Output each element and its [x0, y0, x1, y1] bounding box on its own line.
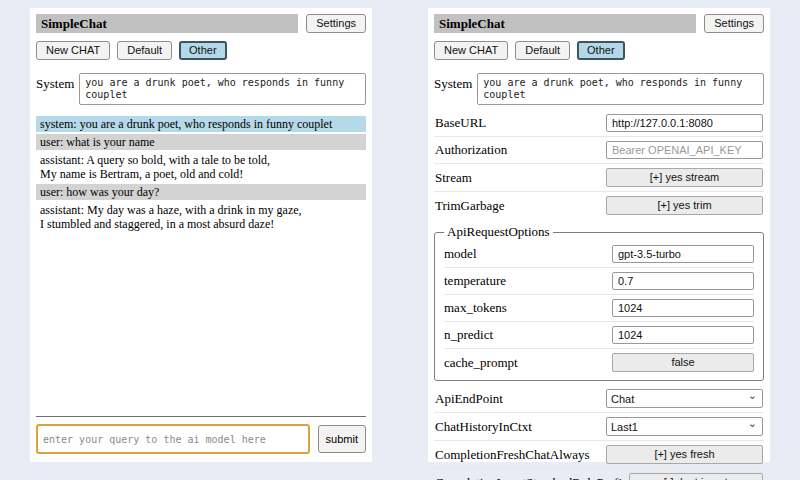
select-wrap: Chat — [606, 389, 763, 408]
query-bar: submit — [36, 424, 366, 456]
setting-label: Stream — [435, 170, 472, 186]
session-toolbar: New CHAT Default Other — [36, 41, 366, 60]
setting-row-max-tokens: max_tokens — [444, 295, 754, 322]
setting-row-cache-prompt: cache_prompt false — [444, 349, 754, 376]
setting-label: model — [444, 246, 477, 262]
session-tab-other[interactable]: Other — [577, 41, 625, 60]
trimgarbage-toggle-button[interactable]: [+] yes trim — [606, 196, 763, 215]
chat-history-select[interactable]: Last1 — [606, 417, 763, 436]
model-input[interactable] — [612, 245, 754, 263]
setting-label: Authorization — [435, 142, 507, 158]
app-title: SimpleChat — [36, 14, 298, 33]
spacer — [36, 234, 366, 416]
completion-insert-prefix-toggle-button[interactable]: [-] dont insert — [629, 473, 763, 480]
cache-prompt-toggle-button[interactable]: false — [612, 353, 754, 372]
setting-label: max_tokens — [444, 300, 507, 316]
settings-panel: SimpleChat Settings New CHAT Default Oth… — [428, 8, 770, 462]
setting-label: temperature — [444, 273, 506, 289]
setting-row-api-endpoint: ApiEndPoint Chat — [434, 385, 764, 413]
settings-button[interactable]: Settings — [306, 14, 366, 33]
app-title: SimpleChat — [434, 14, 696, 33]
setting-label: CompletionFreshChatAlways — [435, 447, 590, 463]
n-predict-input[interactable] — [612, 326, 754, 344]
setting-row-chat-history: ChatHistoryInCtxt Last1 — [434, 413, 764, 441]
max-tokens-input[interactable] — [612, 299, 754, 317]
settings-list: BaseURL Authorization Stream [+] yes str… — [434, 110, 764, 480]
temperature-input[interactable] — [612, 272, 754, 290]
chat-message-user: user: how was your day? — [36, 184, 366, 200]
setting-label: n_predict — [444, 327, 493, 343]
submit-button[interactable]: submit — [318, 425, 366, 453]
new-chat-button[interactable]: New CHAT — [434, 41, 508, 60]
system-prompt-row: System you are a drunk poet, who respond… — [36, 73, 366, 105]
session-tab-other[interactable]: Other — [179, 41, 227, 60]
api-request-options-legend: ApiRequestOptions — [444, 224, 553, 240]
baseurl-input[interactable] — [606, 114, 763, 132]
setting-row-completion-fresh: CompletionFreshChatAlways [+] yes fresh — [434, 441, 764, 469]
setting-row-temperature: temperature — [444, 268, 754, 295]
chat-message-user: user: what is your name — [36, 134, 366, 150]
api-endpoint-select[interactable]: Chat — [606, 389, 763, 408]
setting-label: ChatHistoryInCtxt — [435, 419, 532, 435]
stream-toggle-button[interactable]: [+] yes stream — [606, 168, 763, 187]
setting-row-n-predict: n_predict — [444, 322, 754, 349]
divider — [36, 416, 366, 417]
setting-row-model: model — [444, 241, 754, 268]
setting-label: ApiEndPoint — [435, 391, 503, 407]
system-label: System — [434, 73, 472, 92]
chat-message-list: system: you are a drunk poet, who respon… — [36, 116, 366, 234]
settings-button[interactable]: Settings — [704, 14, 764, 33]
setting-row-baseurl: BaseURL — [434, 110, 764, 137]
chat-message-assistant: assistant: My day was a haze, with a dri… — [36, 202, 366, 232]
system-prompt-input[interactable]: you are a drunk poet, who responds in fu… — [79, 73, 366, 105]
session-toolbar: New CHAT Default Other — [434, 41, 764, 60]
system-prompt-row: System you are a drunk poet, who respond… — [434, 73, 764, 105]
system-label: System — [36, 73, 74, 92]
new-chat-button[interactable]: New CHAT — [36, 41, 110, 60]
setting-label: BaseURL — [435, 115, 486, 131]
setting-label: cache_prompt — [444, 355, 518, 371]
chat-panel: SimpleChat Settings New CHAT Default Oth… — [30, 8, 372, 462]
setting-row-completion-insert-prefix: CompletionInsertStandardRolePrefix [-] d… — [434, 469, 764, 480]
completion-fresh-toggle-button[interactable]: [+] yes fresh — [606, 445, 763, 464]
setting-label: CompletionInsertStandardRolePrefix — [435, 475, 629, 480]
page: SimpleChat Settings New CHAT Default Oth… — [0, 0, 800, 462]
setting-label: TrimGarbage — [435, 198, 505, 214]
chat-message-assistant: assistant: A query so bold, with a tale … — [36, 152, 366, 182]
setting-row-authorization: Authorization — [434, 137, 764, 164]
api-request-options-group: ApiRequestOptions model temperature max_… — [434, 224, 764, 381]
setting-row-trimgarbage: TrimGarbage [+] yes trim — [434, 192, 764, 219]
setting-row-stream: Stream [+] yes stream — [434, 164, 764, 192]
select-wrap: Last1 — [606, 417, 763, 436]
query-input[interactable] — [36, 424, 310, 454]
chat-message-system: system: you are a drunk poet, who respon… — [36, 116, 366, 132]
session-tab-default[interactable]: Default — [117, 41, 172, 60]
titlebar: SimpleChat Settings — [434, 14, 764, 33]
authorization-input[interactable] — [606, 141, 763, 159]
session-tab-default[interactable]: Default — [515, 41, 570, 60]
titlebar: SimpleChat Settings — [36, 14, 366, 33]
system-prompt-input[interactable]: you are a drunk poet, who responds in fu… — [477, 73, 764, 105]
